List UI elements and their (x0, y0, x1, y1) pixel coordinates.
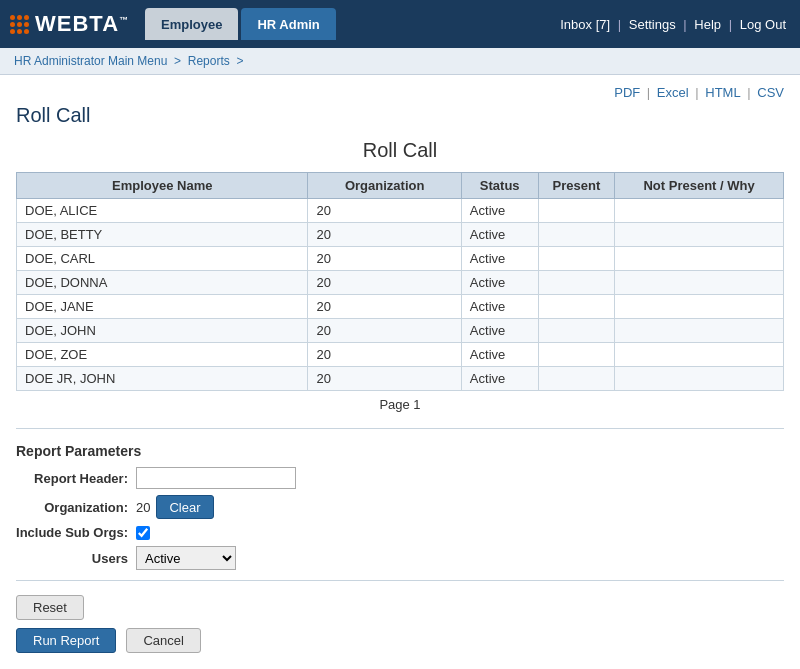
cell-present (538, 247, 615, 271)
logout-link[interactable]: Log Out (740, 17, 786, 32)
cell-present (538, 199, 615, 223)
content: PDF | Excel | HTML | CSV Roll Call Roll … (0, 75, 800, 669)
cell-present (538, 343, 615, 367)
cell-org: 20 (308, 247, 461, 271)
page-indicator: Page 1 (16, 391, 784, 418)
cell-notpresent (615, 319, 784, 343)
cell-org: 20 (308, 271, 461, 295)
cell-notpresent (615, 199, 784, 223)
logo-text: WEBTA™ (35, 11, 129, 37)
report-title: Roll Call (16, 139, 784, 162)
cancel-button[interactable]: Cancel (126, 628, 200, 653)
cell-notpresent (615, 247, 784, 271)
settings-link[interactable]: Settings (629, 17, 676, 32)
cell-status: Active (461, 319, 538, 343)
cell-notpresent (615, 295, 784, 319)
cell-name: DOE JR, JOHN (17, 367, 308, 391)
cell-name: DOE, ALICE (17, 199, 308, 223)
param-row-users: Users ActiveInactiveAll (16, 546, 784, 570)
cell-status: Active (461, 367, 538, 391)
table-row: DOE JR, JOHN 20 Active (17, 367, 784, 391)
col-header-name: Employee Name (17, 173, 308, 199)
tab-employee[interactable]: Employee (145, 8, 238, 40)
export-excel[interactable]: Excel (657, 85, 689, 100)
col-header-notpresent: Not Present / Why (615, 173, 784, 199)
header-links: Inbox [7] | Settings | Help | Log Out (560, 17, 786, 32)
include-sub-orgs-label: Include Sub Orgs: (16, 525, 136, 540)
cell-name: DOE, DONNA (17, 271, 308, 295)
export-csv[interactable]: CSV (757, 85, 784, 100)
cell-present (538, 295, 615, 319)
tab-hradmin[interactable]: HR Admin (241, 8, 335, 40)
header-right: Inbox [7] | Settings | Help | Log Out (560, 0, 800, 48)
breadcrumb-reports[interactable]: Reports (188, 54, 230, 68)
cell-present (538, 223, 615, 247)
breadcrumb-home[interactable]: HR Administrator Main Menu (14, 54, 167, 68)
cell-notpresent (615, 343, 784, 367)
run-cancel-buttons: Run Report Cancel (16, 628, 784, 653)
cell-status: Active (461, 247, 538, 271)
cell-notpresent (615, 367, 784, 391)
report-header-input[interactable] (136, 467, 296, 489)
breadcrumb: HR Administrator Main Menu > Reports > (0, 48, 800, 75)
include-sub-orgs-checkbox[interactable] (136, 526, 150, 540)
report-params: Report Parameters Report Header: Organiz… (16, 443, 784, 570)
organization-label: Organization: (16, 500, 136, 515)
cell-org: 20 (308, 223, 461, 247)
section-divider (16, 428, 784, 429)
report-table: Employee Name Organization Status Presen… (16, 172, 784, 391)
header-left: WEBTA™ Employee HR Admin (0, 0, 339, 48)
cell-org: 20 (308, 199, 461, 223)
table-row: DOE, CARL 20 Active (17, 247, 784, 271)
params-title: Report Parameters (16, 443, 784, 459)
param-row-header: Report Header: (16, 467, 784, 489)
table-row: DOE, BETTY 20 Active (17, 223, 784, 247)
organization-value: 20 (136, 500, 150, 515)
export-links: PDF | Excel | HTML | CSV (16, 85, 784, 100)
table-row: DOE, ALICE 20 Active (17, 199, 784, 223)
col-header-present: Present (538, 173, 615, 199)
help-link[interactable]: Help (694, 17, 721, 32)
cell-status: Active (461, 295, 538, 319)
cell-name: DOE, CARL (17, 247, 308, 271)
page-title: Roll Call (16, 104, 784, 127)
cell-notpresent (615, 223, 784, 247)
param-row-org: Organization: 20 Clear (16, 495, 784, 519)
inbox-link[interactable]: Inbox [7] (560, 17, 610, 32)
header: WEBTA™ Employee HR Admin Inbox [7] | Set… (0, 0, 800, 48)
cell-name: DOE, BETTY (17, 223, 308, 247)
col-header-org: Organization (308, 173, 461, 199)
run-report-button[interactable]: Run Report (16, 628, 116, 653)
reset-button[interactable]: Reset (16, 595, 84, 620)
table-row: DOE, DONNA 20 Active (17, 271, 784, 295)
logo-dots (10, 15, 29, 34)
users-select[interactable]: ActiveInactiveAll (136, 546, 236, 570)
section-divider-2 (16, 580, 784, 581)
cell-org: 20 (308, 343, 461, 367)
cell-name: DOE, JANE (17, 295, 308, 319)
report-header-label: Report Header: (16, 471, 136, 486)
cell-name: DOE, JOHN (17, 319, 308, 343)
action-buttons: Reset (16, 595, 784, 620)
table-row: DOE, ZOE 20 Active (17, 343, 784, 367)
cell-name: DOE, ZOE (17, 343, 308, 367)
nav-tabs: Employee HR Admin (139, 8, 339, 40)
cell-org: 20 (308, 319, 461, 343)
cell-present (538, 319, 615, 343)
cell-status: Active (461, 271, 538, 295)
users-label: Users (16, 551, 136, 566)
table-row: DOE, JOHN 20 Active (17, 319, 784, 343)
logo-area: WEBTA™ (0, 11, 139, 37)
export-html[interactable]: HTML (705, 85, 740, 100)
table-row: DOE, JANE 20 Active (17, 295, 784, 319)
cell-org: 20 (308, 295, 461, 319)
col-header-status: Status (461, 173, 538, 199)
cell-present (538, 271, 615, 295)
cell-status: Active (461, 343, 538, 367)
clear-button[interactable]: Clear (156, 495, 213, 519)
cell-org: 20 (308, 367, 461, 391)
cell-present (538, 367, 615, 391)
cell-status: Active (461, 199, 538, 223)
export-pdf[interactable]: PDF (614, 85, 640, 100)
table-header-row: Employee Name Organization Status Presen… (17, 173, 784, 199)
